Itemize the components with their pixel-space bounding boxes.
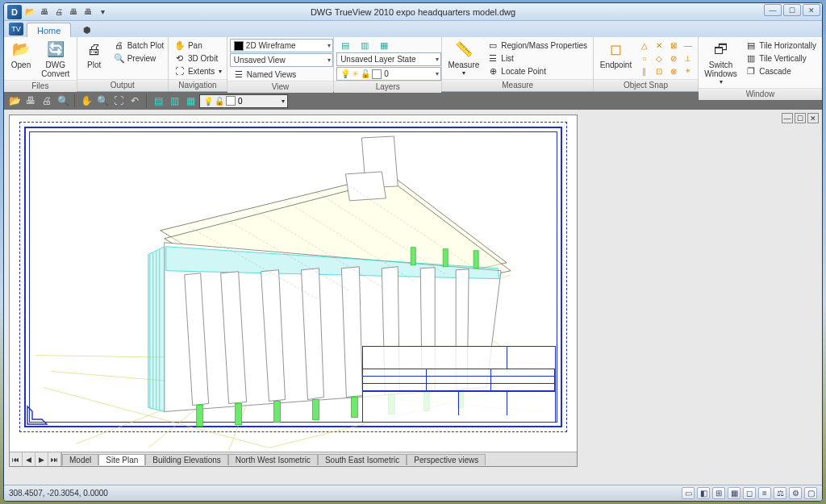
osnap-tan-icon[interactable]: ⊘ — [666, 52, 681, 65]
color-swatch — [226, 96, 236, 106]
locate-label: Locate Point — [501, 67, 546, 76]
layout-prev-button[interactable]: ◀ — [23, 452, 35, 466]
coords-readout: 308.4507, -20.3054, 0.0000 — [9, 489, 108, 498]
osnap-par-icon[interactable]: ∥ — [637, 65, 652, 77]
minimize-button[interactable]: — — [764, 4, 782, 16]
named-views-button[interactable]: ☰Named Views — [230, 68, 333, 81]
qb-layeriso-icon[interactable]: ▥ — [167, 94, 181, 108]
open-button[interactable]: 📂Open — [6, 39, 35, 71]
osnap-app-icon[interactable]: ⊠ — [666, 39, 681, 52]
layer-state-combo[interactable]: Unsaved Layer State — [336, 52, 441, 66]
switch-windows-button[interactable]: 🗗Switch Windows▾ — [701, 39, 740, 88]
qb-plot-icon[interactable]: 🖶 — [23, 94, 38, 108]
visual-style-combo[interactable]: 2D Wireframe — [230, 39, 333, 52]
qb-layeruniso-icon[interactable]: ▦ — [183, 94, 198, 108]
qb-preview-icon[interactable]: 🔍 — [56, 94, 70, 108]
document-window-controls: — ☐ ✕ — [782, 113, 819, 123]
layer-iso-button[interactable]: ▥ — [356, 39, 373, 52]
close-button[interactable]: ✕ — [803, 4, 820, 16]
layout-tab-se-iso[interactable]: South East Isometric — [318, 454, 407, 465]
qat-plot-icon[interactable]: 🖶 — [38, 6, 51, 19]
osnap-ins-icon[interactable]: ⊡ — [652, 65, 666, 77]
qb-layers-icon[interactable]: ▤ — [151, 94, 165, 108]
tab-output[interactable]: ⬢ — [73, 22, 102, 37]
app-logo[interactable]: D — [7, 5, 22, 19]
layout-tab-siteplan[interactable]: Site Plan — [98, 454, 145, 465]
qb-zoomwin-icon[interactable]: ⛶ — [111, 94, 126, 108]
tab-home[interactable]: Home — [27, 23, 71, 37]
doc-restore-button[interactable]: ☐ — [795, 113, 806, 123]
qat-dropdown-icon[interactable]: ▾ — [96, 6, 109, 19]
layout-first-button[interactable]: ⏮ — [10, 452, 23, 466]
osnap-mid-icon[interactable]: △ — [637, 39, 652, 52]
quick-props-toggle[interactable]: ◧ — [697, 487, 710, 499]
batch-plot-button[interactable]: 🖨Batch Plot — [111, 39, 168, 52]
qb-zoomprev-icon[interactable]: ↶ — [127, 94, 142, 108]
tile-vert-button[interactable]: ▥Tile Vertically — [742, 52, 820, 65]
annotation-scale-button[interactable]: ⚖ — [774, 487, 786, 499]
osnap-cen-icon[interactable]: ○ — [637, 52, 652, 65]
layout-tab-model[interactable]: Model — [62, 454, 98, 465]
maximize-button[interactable]: ☐ — [783, 4, 801, 16]
osnap-qua-icon[interactable]: ◇ — [652, 52, 666, 65]
preview-button[interactable]: 🔍Preview — [111, 52, 168, 65]
horiz-label: Tile Horizontally — [759, 41, 816, 50]
doc-close-button[interactable]: ✕ — [807, 113, 819, 123]
qb-layer-combo[interactable]: 💡🔓0 — [199, 94, 288, 108]
snap-toggle[interactable]: ▦ — [728, 487, 740, 499]
layer-uniso-button[interactable]: ▦ — [375, 39, 393, 52]
layout-tab-perspective[interactable]: Perspective views — [407, 454, 486, 465]
panel-view-label: View — [227, 81, 333, 93]
grid-toggle[interactable]: ⊞ — [712, 487, 725, 499]
locate-point-button[interactable]: ⊕Locate Point — [484, 65, 590, 77]
style-value: 2D Wireframe — [246, 41, 296, 50]
named-views-icon: ☰ — [233, 69, 244, 80]
layout-next-button[interactable]: ▶ — [35, 452, 48, 466]
osnap-nod-icon[interactable]: ⊗ — [666, 65, 681, 77]
pan-button[interactable]: ✋Pan — [171, 39, 225, 52]
doc-minimize-button[interactable]: — — [782, 113, 793, 123]
extents-button[interactable]: ⛶Extents▾ — [171, 65, 225, 77]
qb-open-icon[interactable]: 📂 — [7, 94, 22, 108]
current-layer-combo[interactable]: 💡☀🔓0 — [336, 67, 441, 81]
list-button[interactable]: ☰List — [484, 52, 590, 65]
layout-last-button[interactable]: ⏭ — [48, 452, 61, 466]
qat-publish-icon[interactable]: 🖶 — [67, 6, 80, 19]
qb-pan-icon[interactable]: ✋ — [79, 94, 94, 108]
ribbon: 📂Open 🔄DWG Convert Files 🖨Plot 🖨Batch Pl… — [4, 37, 822, 92]
osnap-nea-icon[interactable]: ⌖ — [681, 65, 695, 77]
switch-label: Switch Windows — [704, 60, 737, 78]
panel-navigation: ✋Pan ⟲3D Orbit ⛶Extents▾ Navigation — [169, 37, 227, 91]
lwt-toggle[interactable]: ≡ — [758, 487, 771, 499]
tile-horiz-button[interactable]: ▤Tile Horizontally — [742, 39, 820, 52]
clean-screen-button[interactable]: ▢ — [804, 487, 817, 499]
app-menu-button[interactable]: TV — [9, 23, 23, 35]
plot-button[interactable]: 🖨Plot — [80, 39, 109, 71]
drawing-canvas[interactable] — [10, 115, 577, 452]
layout-tab-elevations[interactable]: Building Elevations — [145, 454, 228, 465]
qat-open-icon[interactable]: 📂 — [23, 6, 36, 19]
model-paper-toggle[interactable]: ▭ — [682, 487, 695, 499]
osnap-per-icon[interactable]: ⊥ — [681, 52, 695, 65]
layout-tab-nw-iso[interactable]: North West Isometric — [228, 454, 318, 465]
workspace-switch-button[interactable]: ⚙ — [789, 487, 802, 499]
orbit-button[interactable]: ⟲3D Orbit — [171, 52, 225, 65]
layer-uniso-icon: ▦ — [378, 40, 390, 51]
qat-print-icon[interactable]: 🖨 — [52, 6, 65, 19]
osnap-int-icon[interactable]: ✕ — [652, 39, 666, 52]
sun-icon: ☀ — [352, 69, 359, 78]
endpoint-button[interactable]: ◻Endpoint — [596, 39, 636, 71]
region-button[interactable]: ▭Region/Mass Properties — [484, 39, 590, 52]
qat-export-icon[interactable]: 🖶 — [81, 6, 94, 19]
osnap-ext-icon[interactable]: ― — [681, 39, 695, 52]
osnap-toggle[interactable]: ◻ — [743, 487, 756, 499]
dwg-convert-button[interactable]: 🔄DWG Convert — [37, 39, 74, 80]
layer-props-icon: ▤ — [340, 40, 351, 51]
saved-view-combo[interactable]: Unsaved View — [230, 53, 333, 67]
layer-props-button[interactable]: ▤ — [336, 39, 354, 52]
qb-zoom-icon[interactable]: 🔍 — [95, 94, 110, 108]
measure-button[interactable]: 📏Measure▾ — [444, 39, 482, 79]
savedview-value: Unsaved View — [234, 56, 286, 65]
cascade-button[interactable]: ❐Cascade — [742, 65, 820, 77]
qb-print-icon[interactable]: 🖨 — [40, 94, 54, 108]
